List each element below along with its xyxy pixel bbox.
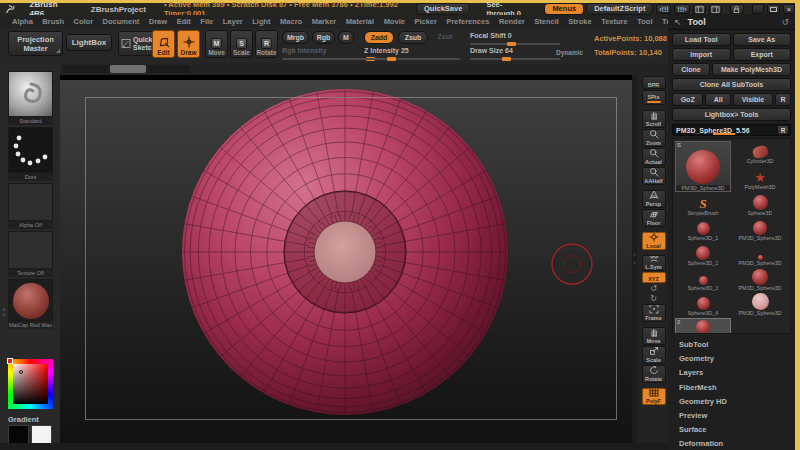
shelf-button-local[interactable]: Local (642, 232, 666, 250)
inventory-item[interactable]: 2PM3D_Sphere3D (675, 318, 731, 334)
slider-handle[interactable] (507, 42, 516, 46)
sv-square[interactable] (13, 364, 48, 404)
interface-layout-left-icon[interactable] (693, 4, 706, 14)
shelf-button-lsym[interactable]: L.Sym (642, 255, 666, 271)
inventory-item[interactable]: Sphere3D (732, 193, 788, 217)
inventory-item[interactable]: Cylinder3D (732, 141, 788, 165)
mrgb-paint-button[interactable]: Mrgb (282, 31, 309, 44)
interface-layout-right-icon[interactable] (709, 4, 722, 14)
z-intensity-slider[interactable]: Z Intensity 25 (364, 47, 460, 61)
minimize-button[interactable] (752, 4, 764, 14)
menu-item-light[interactable]: Light (252, 17, 270, 26)
rotate-mode-button[interactable]: RRotate (255, 30, 278, 58)
zadd-button[interactable]: Zadd (364, 31, 394, 44)
texture-selector[interactable] (8, 231, 53, 269)
shelf-button-move[interactable]: Move (642, 327, 666, 345)
close-button[interactable]: × (783, 4, 795, 14)
inventory-item[interactable]: Sphere3D_2 (675, 243, 731, 267)
menu-item-stroke[interactable]: Stroke (568, 17, 591, 26)
lightbox-button[interactable]: LightBox (66, 34, 112, 51)
menu-item-edit[interactable]: Edit (177, 17, 191, 26)
shelf-button-actual[interactable]: Actual (642, 148, 666, 166)
shelf-button-floor[interactable]: Floor (642, 209, 666, 227)
subpalette-surface[interactable]: Surface (672, 423, 791, 437)
palette-back-icon[interactable]: ↖ (674, 17, 682, 27)
inventory-item[interactable]: PM3D_Sphere3D (732, 218, 788, 242)
load-tool-button[interactable]: Load Tool (672, 33, 731, 46)
dynamic-label[interactable]: Dynamic (556, 49, 583, 56)
shelf-rotate-arrow-button[interactable]: ↺ (642, 284, 666, 294)
default-zscript-button[interactable]: DefaultZScript (586, 3, 653, 15)
shelf-button-persp[interactable]: Persp (642, 190, 666, 208)
inventory-item[interactable]: SSimpleBrush (675, 193, 731, 217)
canvas-vscrollbar[interactable]: ˄ ˅ (632, 75, 637, 443)
menu-item-material[interactable]: Material (346, 17, 374, 26)
slider-track[interactable] (470, 58, 560, 60)
inventory-item[interactable]: PM3D_Sphere3D (732, 293, 788, 317)
menu-item-movie[interactable]: Movie (384, 17, 405, 26)
menu-item-tool[interactable]: Tool (637, 17, 652, 26)
document-scrollbar[interactable] (62, 65, 190, 73)
inventory-item[interactable]: PM3D_Sphere3D (732, 243, 788, 267)
menu-item-color[interactable]: Color (74, 17, 94, 26)
inventory-item[interactable]: PM3D_Sphere3D (732, 268, 788, 292)
clone-button[interactable]: Clone (672, 63, 710, 76)
inventory-item[interactable]: ★PolyMesh3D (732, 167, 788, 191)
active-tool-bar[interactable]: PM3D_Sphere3D_5.56 R (672, 124, 791, 136)
make-polymesh3d-button[interactable]: Make PolyMesh3D (712, 63, 791, 76)
vscroll-up-arrow[interactable]: ˄ (632, 253, 637, 258)
subpalette-deformation[interactable]: Deformation (672, 437, 791, 450)
subpalette-preview[interactable]: Preview (672, 409, 791, 423)
menu-item-brush[interactable]: Brush (42, 17, 64, 26)
shelf-button-bpr[interactable]: BPR (642, 76, 666, 89)
menu-item-draw[interactable]: Draw (149, 17, 167, 26)
focal-shift-slider[interactable]: Focal Shift 0 (470, 32, 560, 46)
zsub-button[interactable]: Zsub (398, 31, 428, 44)
sphere-viewport[interactable] (60, 75, 637, 443)
clone-all-subtools-button[interactable]: Clone All SubTools (672, 78, 791, 91)
menu-item-preferences[interactable]: Preferences (446, 17, 489, 26)
vscroll-down-arrow[interactable]: ˅ (632, 261, 637, 266)
shelf-button-xyz[interactable]: XYZ (642, 272, 666, 283)
palette-reset-icon[interactable]: ↺ (781, 17, 789, 27)
lightbox-tools-button[interactable]: Lightbox> Tools (672, 108, 791, 121)
r-button[interactable]: R (775, 93, 791, 106)
draw-mode-button[interactable]: Draw (177, 30, 200, 58)
menu-item-render[interactable]: Render (499, 17, 525, 26)
rgb-paint-button[interactable]: Rgb (312, 31, 335, 44)
shelf-button-polyf[interactable]: PolyF (642, 388, 666, 405)
visible-button[interactable]: Visible (733, 93, 773, 106)
inventory-active-tool[interactable]: SPM3D_Sphere3D (675, 141, 731, 192)
lock-icon[interactable] (730, 4, 743, 14)
scale-mode-button[interactable]: SScale (230, 30, 253, 58)
m-paint-button[interactable]: M (338, 31, 354, 44)
subpalette-geometry[interactable]: Geometry (672, 352, 791, 366)
subpalette-subtool[interactable]: SubTool (672, 338, 791, 352)
shelf-button-zoom[interactable]: Zoom (642, 129, 666, 147)
quicksave-button[interactable]: QuickSave (416, 3, 470, 15)
memo-prev-button[interactable]: ‹!!! (656, 4, 671, 14)
tool-r-button[interactable]: R (777, 125, 789, 135)
menu-item-picker[interactable]: Picker (414, 17, 437, 26)
color-picker[interactable] (8, 359, 53, 409)
scrollbar-thumb[interactable] (110, 65, 146, 73)
shelf-button-rotate[interactable]: Rotate (642, 365, 666, 383)
inventory-item[interactable]: Sphere3D_4 (675, 293, 731, 317)
scrollbar-segment[interactable] (148, 65, 190, 73)
shelf-button-frame[interactable]: Frame (642, 304, 666, 322)
inventory-item[interactable]: Sphere3D_1 (675, 218, 731, 242)
all-button[interactable]: All (705, 93, 730, 106)
menu-item-marker[interactable]: Marker (312, 17, 337, 26)
menu-item-document[interactable]: Document (103, 17, 140, 26)
memo-next-button[interactable]: !!!› (674, 4, 689, 14)
import-button[interactable]: Import (672, 48, 731, 61)
tray-scroll-arrows[interactable]: ˄˅ (1, 308, 7, 318)
menu-item-texture[interactable]: Texture (601, 17, 628, 26)
shelf-button-aahalf[interactable]: AAHalf (642, 167, 666, 185)
slider-handle[interactable] (387, 57, 396, 61)
inventory-item[interactable]: Sphere3D_3 (675, 268, 731, 292)
shelf-button-scale[interactable]: Scale (642, 346, 666, 364)
gradient-label[interactable]: Gradient (8, 415, 39, 424)
goz-button[interactable]: GoZ (672, 93, 703, 106)
shelf-button-scroll[interactable]: Scroll (642, 110, 666, 128)
